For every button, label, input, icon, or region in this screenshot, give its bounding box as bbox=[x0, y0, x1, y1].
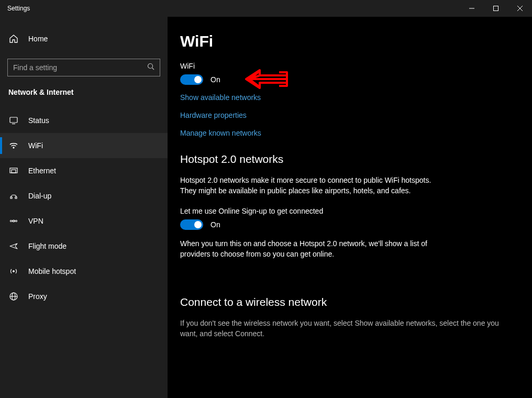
svg-rect-9 bbox=[10, 168, 17, 173]
signup-toggle-row: On bbox=[180, 219, 519, 230]
signup-label: Let me use Online Sign-up to get connect… bbox=[180, 207, 519, 215]
svg-point-17 bbox=[13, 271, 15, 272]
wifi-label: WiFi bbox=[180, 62, 519, 70]
search-icon bbox=[147, 63, 154, 72]
svg-rect-10 bbox=[12, 170, 16, 173]
sidebar-item-label: Flight mode bbox=[28, 242, 66, 250]
sidebar-item-label: VPN bbox=[28, 217, 43, 225]
sidebar-item-label: WiFi bbox=[28, 141, 43, 150]
close-button[interactable] bbox=[508, 0, 532, 17]
link-known-networks[interactable]: Manage known networks bbox=[180, 129, 519, 137]
main-content: WiFi WiFi On Show available networks Har… bbox=[168, 17, 532, 398]
airplane-icon bbox=[8, 241, 19, 251]
sidebar-item-label: Dial-up bbox=[28, 192, 51, 200]
sidebar-item-status[interactable]: Status bbox=[0, 108, 168, 133]
home-icon bbox=[8, 34, 19, 44]
wifi-icon bbox=[8, 140, 19, 151]
connect-description: If you don't see the wireless network yo… bbox=[180, 318, 515, 339]
connect-heading: Connect to a wireless network bbox=[180, 296, 519, 308]
svg-point-13 bbox=[10, 220, 12, 222]
sidebar-item-ethernet[interactable]: Ethernet bbox=[0, 158, 168, 183]
sidebar-item-proxy[interactable]: Proxy bbox=[0, 284, 168, 309]
sidebar-item-dialup[interactable]: Dial-up bbox=[0, 183, 168, 208]
sidebar-item-label: Proxy bbox=[28, 292, 47, 301]
wifi-toggle[interactable] bbox=[180, 74, 203, 85]
sidebar-item-vpn[interactable]: VPN bbox=[0, 208, 168, 234]
category-heading: Network & Internet bbox=[0, 76, 168, 102]
svg-rect-6 bbox=[10, 117, 17, 123]
hotspot-icon bbox=[8, 266, 19, 277]
minimize-button[interactable] bbox=[460, 0, 484, 17]
titlebar: Settings bbox=[0, 0, 532, 17]
link-hardware-properties[interactable]: Hardware properties bbox=[180, 111, 519, 119]
svg-rect-1 bbox=[494, 6, 498, 11]
svg-rect-16 bbox=[13, 220, 15, 222]
sidebar-item-label: Status bbox=[28, 116, 49, 125]
home-label: Home bbox=[28, 35, 48, 43]
nav-list: Status WiFi Ethernet Dial-up bbox=[0, 108, 168, 309]
hotspot-note: When you turn this on and choose a Hotsp… bbox=[180, 238, 431, 260]
sidebar-item-hotspot[interactable]: Mobile hotspot bbox=[0, 259, 168, 284]
globe-icon bbox=[8, 291, 19, 302]
svg-marker-21 bbox=[246, 70, 287, 88]
svg-point-4 bbox=[148, 64, 153, 69]
wifi-toggle-row: On bbox=[180, 74, 519, 85]
signup-toggle-state: On bbox=[210, 220, 220, 229]
hotspot-description: Hotspot 2.0 networks make it more secure… bbox=[180, 175, 431, 196]
svg-point-8 bbox=[13, 147, 14, 148]
sidebar-item-label: Ethernet bbox=[28, 167, 56, 175]
ethernet-icon bbox=[8, 165, 19, 176]
sidebar-item-label: Mobile hotspot bbox=[28, 267, 76, 275]
svg-rect-12 bbox=[15, 197, 17, 198]
link-show-networks[interactable]: Show available networks bbox=[180, 93, 519, 102]
home-nav[interactable]: Home bbox=[0, 27, 168, 50]
wifi-toggle-state: On bbox=[210, 75, 220, 84]
sidebar-item-flightmode[interactable]: Flight mode bbox=[0, 234, 168, 259]
maximize-button[interactable] bbox=[484, 0, 508, 17]
hotspot-heading: Hotspot 2.0 networks bbox=[180, 153, 519, 165]
dialup-icon bbox=[8, 191, 19, 201]
vpn-icon bbox=[8, 216, 19, 226]
search-input[interactable] bbox=[13, 63, 147, 72]
window-title: Settings bbox=[7, 5, 30, 12]
svg-point-14 bbox=[16, 220, 17, 222]
sidebar-item-wifi[interactable]: WiFi bbox=[0, 133, 168, 158]
page-title: WiFi bbox=[180, 32, 519, 50]
search-box[interactable] bbox=[7, 59, 160, 76]
svg-rect-11 bbox=[10, 197, 12, 198]
sidebar: Home Network & Internet Status bbox=[0, 17, 168, 398]
status-icon bbox=[8, 115, 19, 126]
svg-line-5 bbox=[152, 68, 154, 70]
signup-toggle[interactable] bbox=[180, 219, 203, 230]
